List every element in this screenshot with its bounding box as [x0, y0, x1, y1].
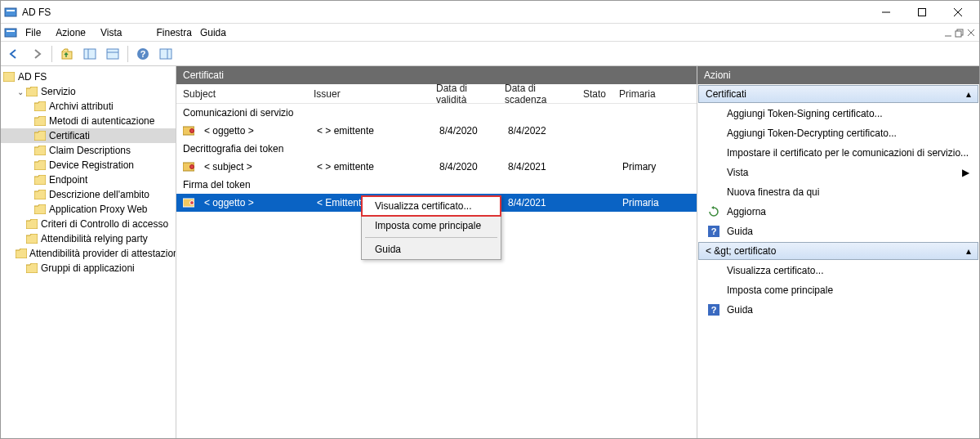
tree-item-label: Descrizione dell'ambito — [49, 189, 149, 200]
tree-item-label: Endpoint — [49, 174, 87, 186]
actions-group2-label: < &gt; certificato — [706, 245, 776, 257]
tree-item[interactable]: Application Proxy Web — [1, 202, 176, 217]
tree-item[interactable]: Gruppi di applicazioni — [1, 261, 176, 275]
tree-item[interactable]: Metodi di autenticazione — [1, 114, 176, 128]
actions-item[interactable]: Nuova finestra da qui — [697, 182, 979, 202]
col-subject[interactable]: Subject — [176, 88, 307, 100]
close-button[interactable] — [940, 2, 976, 23]
properties-button[interactable] — [103, 44, 122, 64]
menu-azione[interactable]: Azione — [49, 25, 92, 40]
col-exp[interactable]: Data di scadenza — [498, 83, 577, 105]
show-hide-action-button[interactable] — [156, 44, 176, 64]
cell-primary: Primaria — [616, 197, 675, 208]
tree-item[interactable]: Device Registration — [1, 158, 176, 172]
collapse-icon: ▴ — [966, 245, 971, 257]
cell-subject: < oggetto > — [198, 197, 310, 208]
list-group-label: Firma del token — [176, 176, 697, 194]
folder-icon — [16, 248, 27, 259]
actions-item[interactable]: Aggiungi Token-Signing certificato... — [697, 104, 979, 123]
folder-icon — [25, 262, 38, 274]
tree-item[interactable]: Archivi attributi — [1, 99, 176, 114]
svg-rect-6 — [5, 29, 16, 37]
tree-item[interactable]: Attendibilità relying party — [1, 231, 176, 246]
maximize-button[interactable] — [904, 2, 940, 23]
menu-file[interactable]: File — [19, 25, 47, 40]
tree-item[interactable]: Endpoint — [1, 172, 176, 187]
col-issuer[interactable]: Issuer — [307, 88, 430, 100]
folder-icon — [33, 145, 47, 156]
tree-pane: AD FS ⌄ Servizio Archivi attributiMetodi… — [1, 66, 176, 438]
folder-icon — [33, 101, 47, 112]
tree-item[interactable]: Claim Descriptions — [1, 143, 176, 158]
actions-item[interactable]: ?Guida — [697, 222, 979, 241]
actions-group1-header[interactable]: Certificati ▴ — [698, 85, 978, 103]
actions-title: Azioni — [704, 69, 731, 81]
menu-vista[interactable]: Vista — [94, 25, 128, 40]
actions-item[interactable]: Impostare il certificato per le comunica… — [697, 143, 979, 163]
context-view-cert[interactable]: Visualizza certificato... — [362, 196, 501, 216]
actions-item[interactable]: Aggiungi Token-Decrypting certificato... — [697, 123, 979, 143]
context-sep — [365, 237, 497, 238]
tree-item[interactable]: Certificati — [1, 128, 176, 143]
forward-button[interactable] — [27, 44, 47, 64]
cell-exp: 8/4/2021 — [501, 161, 580, 172]
expand-icon[interactable]: ⌄ — [16, 87, 25, 96]
mdi-close-icon[interactable] — [966, 28, 976, 38]
mdi-restore-icon[interactable] — [955, 28, 964, 38]
folder-icon — [25, 86, 38, 97]
refresh-icon — [707, 205, 720, 218]
actions-item-label: Aggiungi Token-Decrypting certificato... — [727, 128, 897, 139]
show-hide-tree-button[interactable] — [80, 44, 100, 64]
actions-item-label: Visualizza certificato... — [727, 265, 824, 276]
col-state[interactable]: Stato — [577, 88, 612, 100]
col-primary[interactable]: Primaria — [612, 88, 671, 100]
help-icon: ? — [707, 225, 720, 238]
tree-item[interactable]: Attendibilità provider di attestazioni — [1, 246, 176, 261]
tree-item-label: Archivi attributi — [49, 101, 114, 112]
folder-icon — [33, 174, 47, 186]
list-header: Subject Issuer Data di validità Data di … — [176, 84, 697, 104]
context-menu: Visualizza certificato... Imposta come p… — [361, 195, 501, 260]
tree-item-label: Device Registration — [49, 159, 134, 171]
actions-item[interactable]: Imposta come principale — [697, 280, 979, 300]
certificate-row[interactable]: < oggetto >< > emittente8/4/20208/4/2022 — [176, 122, 697, 140]
folder-icon — [25, 233, 38, 244]
actions-header: Azioni — [697, 66, 979, 84]
tree-servizio[interactable]: ⌄ Servizio — [1, 84, 176, 99]
menu-guida[interactable]: Guida — [194, 25, 233, 40]
tree-item[interactable]: Criteri di Controllo di accesso — [1, 217, 176, 231]
tree-item[interactable]: Descrizione dell'ambito — [1, 187, 176, 202]
svg-rect-3 — [919, 8, 926, 16]
actions-item-label: Vista — [727, 167, 748, 178]
nav-tree[interactable]: AD FS ⌄ Servizio Archivi attributiMetodi… — [1, 69, 176, 275]
folder-icon — [33, 159, 47, 171]
menu-finestra[interactable]: Finestra — [150, 25, 198, 40]
tree-servizio-label: Servizio — [41, 86, 76, 97]
back-button[interactable] — [4, 44, 24, 64]
up-button[interactable] — [57, 44, 77, 64]
tree-item-label: Gruppi di applicazioni — [41, 262, 135, 274]
actions-group2-header[interactable]: < &gt; certificato ▴ — [698, 242, 978, 260]
folder-icon — [25, 218, 38, 230]
tree-root[interactable]: AD FS — [1, 69, 176, 84]
tree-item-label: Application Proxy Web — [49, 204, 148, 215]
folder-icon — [33, 115, 47, 127]
actions-item-label: Guida — [727, 226, 753, 237]
actions-item[interactable]: Vista▶ — [697, 163, 979, 182]
certificate-row[interactable]: < subject >< > emittente8/4/20208/4/2021… — [176, 158, 697, 176]
help-icon: ? — [707, 303, 720, 316]
actions-item[interactable]: ?Guida — [697, 300, 979, 320]
main-pane: Certificati Subject Issuer Data di valid… — [176, 66, 697, 438]
actions-item[interactable]: Visualizza certificato... — [697, 261, 979, 280]
context-help[interactable]: Guida — [362, 240, 501, 259]
help-button[interactable]: ? — [133, 44, 153, 64]
col-valid[interactable]: Data di validità — [430, 83, 498, 105]
adfs-icon — [2, 71, 16, 83]
mdi-minimize-icon[interactable] — [943, 28, 953, 38]
actions-item-label: Guida — [727, 304, 753, 316]
actions-item[interactable]: Aggiorna — [697, 202, 979, 222]
context-set-primary[interactable]: Imposta come principale — [362, 216, 501, 235]
tree-item-label: Attendibilità relying party — [41, 233, 148, 244]
minimize-button[interactable] — [868, 2, 904, 23]
svg-point-28 — [190, 201, 194, 205]
